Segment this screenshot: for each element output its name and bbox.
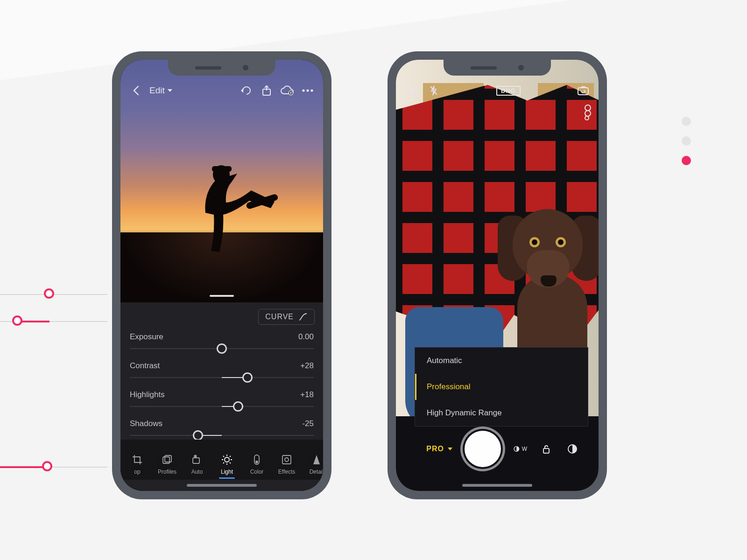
decor-slider-handle xyxy=(42,461,52,471)
switch-camera-button[interactable] xyxy=(576,84,590,98)
tool-tab-crop[interactable]: op xyxy=(122,454,152,475)
overlay-toggle-icon[interactable] xyxy=(582,105,592,121)
camera-mode-option[interactable]: Professional xyxy=(415,374,588,400)
whitebalance-button[interactable]: W xyxy=(513,442,527,456)
slider-value: -25 xyxy=(302,419,314,428)
tool-tab-label: op xyxy=(134,469,140,475)
screen-title: Edit xyxy=(149,85,165,96)
svg-point-6 xyxy=(306,89,309,91)
slider-knob[interactable] xyxy=(233,401,243,412)
device-notch xyxy=(168,60,275,76)
profiles-icon xyxy=(161,454,173,466)
wb-label: W xyxy=(522,446,527,452)
camera-mode-dropdown[interactable]: PRO xyxy=(415,445,452,453)
close-button[interactable] xyxy=(404,84,418,98)
detail-icon xyxy=(310,454,323,466)
svg-rect-19 xyxy=(543,448,549,453)
slider-value: 0.00 xyxy=(298,332,314,342)
tool-tab-detail[interactable]: Detail xyxy=(302,454,323,475)
slider-shadows: Shadows-25 xyxy=(120,414,323,443)
camera-bottom-bar: PRO W xyxy=(396,416,599,491)
svg-rect-10 xyxy=(193,458,199,463)
carousel-pager xyxy=(682,117,691,165)
chevron-down-icon xyxy=(168,89,172,92)
slider-value: +28 xyxy=(300,361,314,371)
shutter-button[interactable] xyxy=(465,431,501,467)
subject-silhouette xyxy=(176,158,278,260)
curve-label: CURVE xyxy=(265,313,294,321)
camera-mode-menu: AutomaticProfessionalHigh Dynamic Range xyxy=(415,347,588,427)
phone-mock-camera: DNG AutomaticProfessionalHigh Dynamic Ra… xyxy=(388,51,607,499)
svg-rect-9 xyxy=(165,455,171,462)
svg-point-7 xyxy=(310,89,313,91)
svg-rect-17 xyxy=(578,88,588,95)
auto-icon xyxy=(191,454,203,466)
crop-icon xyxy=(131,454,143,466)
svg-point-11 xyxy=(225,457,229,462)
camera-top-bar: DNG xyxy=(396,80,599,101)
format-badge[interactable]: DNG xyxy=(496,86,521,96)
tool-tab-label: Light xyxy=(221,469,233,475)
light-adjust-panel: CURVE Exposure0.00Contrast+28Highlights+… xyxy=(120,302,323,491)
camera-mode-option[interactable]: Automatic xyxy=(415,348,588,374)
slider-label: Highlights xyxy=(130,390,165,399)
panel-drag-handle[interactable] xyxy=(210,295,234,297)
undo-button[interactable] xyxy=(239,84,253,98)
decor-slider-handle xyxy=(44,288,54,299)
tool-tab-label: Profiles xyxy=(158,469,176,475)
tool-tab-label: Detail xyxy=(310,469,323,475)
effects-icon xyxy=(281,454,293,466)
slider-track[interactable] xyxy=(130,399,314,413)
curve-icon xyxy=(298,313,308,321)
pager-dot-active[interactable] xyxy=(682,156,691,165)
more-button[interactable] xyxy=(301,84,315,98)
decor-slider-handle xyxy=(12,315,22,326)
home-indicator[interactable] xyxy=(187,484,257,487)
tool-tab-profiles[interactable]: Profiles xyxy=(152,454,182,475)
ae-lock-button[interactable] xyxy=(539,442,553,456)
svg-point-5 xyxy=(302,89,304,91)
slider-contrast: Contrast+28 xyxy=(120,357,323,385)
pager-dot[interactable] xyxy=(682,117,691,126)
tool-tab-light[interactable]: Light xyxy=(212,454,242,475)
slider-highlights: Highlights+18 xyxy=(120,385,323,414)
camera-mode-label: PRO xyxy=(426,445,444,453)
slider-track[interactable] xyxy=(130,342,314,356)
tool-tab-color[interactable]: Color xyxy=(242,454,272,475)
pager-dot[interactable] xyxy=(682,136,691,146)
slider-knob[interactable] xyxy=(242,372,253,383)
back-button[interactable] xyxy=(129,84,143,98)
screen-title-dropdown[interactable]: Edit xyxy=(149,85,172,96)
slider-knob[interactable] xyxy=(217,343,227,354)
svg-point-15 xyxy=(285,458,289,462)
decor-slider-fill xyxy=(0,466,47,468)
editor-tool-tabs: opProfilesAutoLightColorEffectsDetail xyxy=(120,440,323,480)
slider-label: Contrast xyxy=(130,361,160,371)
slider-value: +18 xyxy=(300,390,314,399)
phone-mock-edit: Edit CURVE Exp xyxy=(112,51,331,499)
light-icon xyxy=(221,454,233,466)
slider-exposure: Exposure0.00 xyxy=(120,328,323,357)
tool-tab-label: Auto xyxy=(191,469,203,475)
filters-button[interactable] xyxy=(565,442,579,456)
svg-rect-1 xyxy=(212,166,232,172)
curve-button[interactable]: CURVE xyxy=(258,309,315,325)
svg-rect-14 xyxy=(282,455,291,464)
flash-off-button[interactable] xyxy=(427,84,441,98)
color-icon xyxy=(251,454,263,466)
chevron-down-icon xyxy=(448,448,452,450)
tool-tab-effects[interactable]: Effects xyxy=(272,454,302,475)
editor-top-bar: Edit xyxy=(120,80,323,101)
camera-mode-option[interactable]: High Dynamic Range xyxy=(415,400,588,426)
cloud-sync-button[interactable] xyxy=(280,84,294,98)
tool-tab-label: Color xyxy=(250,469,264,475)
tool-tab-label: Effects xyxy=(278,469,295,475)
home-indicator[interactable] xyxy=(462,484,532,487)
tool-tab-auto[interactable]: Auto xyxy=(182,454,212,475)
svg-rect-8 xyxy=(163,457,169,463)
slider-track[interactable] xyxy=(130,371,314,385)
svg-point-13 xyxy=(256,461,258,463)
slider-knob[interactable] xyxy=(193,430,203,441)
share-button[interactable] xyxy=(260,84,274,98)
device-notch xyxy=(444,60,551,76)
